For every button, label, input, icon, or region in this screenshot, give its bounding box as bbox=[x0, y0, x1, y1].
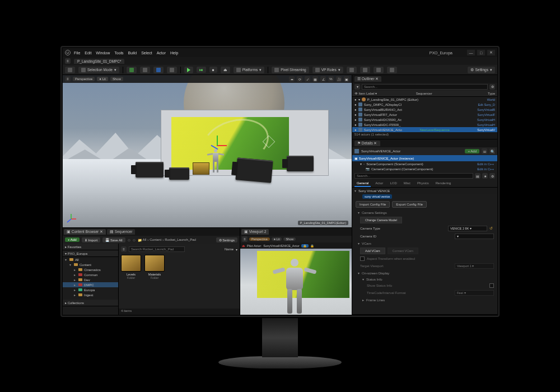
main-viewport[interactable]: ≡ Perspective ● Lit Show ⬌ ⟳ ⤢ ▦ ∠ % 🎥 ▣ bbox=[63, 75, 352, 227]
show-dropdown[interactable]: Show bbox=[283, 237, 296, 241]
tab-sequencer[interactable]: ▤ Sequencer bbox=[107, 229, 135, 235]
snap-angle-icon[interactable]: ∠ bbox=[320, 76, 326, 82]
gizmo-x-axis[interactable] bbox=[217, 145, 227, 146]
breadcrumb-item[interactable]: All bbox=[143, 238, 147, 241]
frame-lines-section[interactable]: ▸Frame Lines bbox=[352, 297, 497, 303]
actor-name[interactable]: SonyVirtualVENICE_Actor bbox=[361, 150, 400, 153]
extra-tool-4[interactable] bbox=[387, 67, 397, 73]
history-fwd-icon[interactable]: ⊙ bbox=[133, 238, 136, 242]
viewport-canvas[interactable]: P_LandingSite_01_DMPC(Editor) bbox=[63, 75, 352, 227]
col-label[interactable]: 👁 Item Label ▾ bbox=[354, 91, 377, 95]
folder-tree-item[interactable]: ▸Europa bbox=[63, 287, 118, 292]
viewport2-canvas[interactable] bbox=[240, 249, 352, 315]
menu-select[interactable]: Select bbox=[141, 51, 152, 55]
lock-icon-blue[interactable]: 🔒 bbox=[301, 244, 309, 248]
export-config-button[interactable]: Export Config File bbox=[392, 201, 427, 208]
gizmo-translate-icon[interactable]: ⬌ bbox=[289, 76, 295, 82]
aspect-checkbox[interactable] bbox=[360, 256, 365, 261]
outliner-row[interactable]: ●▾P_LandingSite_01_DMPC (Editor)World bbox=[352, 97, 497, 102]
menu-tools[interactable]: Tools bbox=[114, 51, 123, 55]
outliner-row[interactable]: ●Sony_DMPC_ADisplayClEdit Sony_D bbox=[352, 102, 497, 107]
show-dropdown[interactable]: Show bbox=[110, 77, 123, 81]
lit-dropdown[interactable]: ● Lit bbox=[97, 77, 108, 81]
breadcrumb-item[interactable]: Rocket_Launch_Pad bbox=[165, 238, 196, 241]
asset-item[interactable]: MaterialsFolder bbox=[144, 255, 165, 279]
import-button[interactable]: ⬇ Import bbox=[82, 237, 101, 242]
folder-tree-item[interactable]: ▸Cinematics bbox=[63, 267, 118, 272]
snap-grid-icon[interactable]: ▦ bbox=[312, 76, 318, 82]
menu-edit[interactable]: Edit bbox=[85, 51, 91, 55]
extra-tool-3[interactable] bbox=[374, 67, 384, 73]
import-config-button[interactable]: Import Config File bbox=[356, 201, 390, 208]
maximize-button[interactable]: □ bbox=[477, 50, 485, 55]
selection-mode-button[interactable]: Selection Mode▾ bbox=[78, 67, 119, 73]
minimize-button[interactable]: — bbox=[467, 50, 475, 55]
property-matrix-icon[interactable]: ▤ bbox=[475, 173, 480, 179]
component-row[interactable]: 📷 CameraComponent (CameraComponent) Edit… bbox=[352, 166, 497, 171]
save-button[interactable] bbox=[65, 67, 75, 73]
tab-actor[interactable]: Actor bbox=[373, 180, 385, 187]
stop-button[interactable]: ■ bbox=[209, 67, 217, 73]
filter-icon[interactable]: ≡ bbox=[121, 246, 127, 252]
details-search-input[interactable] bbox=[354, 173, 473, 179]
breadcrumb-item[interactable]: Content bbox=[150, 238, 161, 241]
favorites-header[interactable]: ▸ Favorites bbox=[63, 244, 118, 250]
outliner-row[interactable]: ●SonyVirtualHDC5500_AcSonyVirtualH bbox=[352, 117, 497, 122]
actor-type[interactable]: Edit Sony_D bbox=[478, 103, 495, 106]
edit-in-cpp-link[interactable]: Edit in C++ bbox=[477, 167, 494, 171]
outliner-row[interactable]: ●SonyVirtualFR7_ActorSonyVirtualF bbox=[352, 112, 497, 117]
add-component-button[interactable]: + Add bbox=[465, 149, 479, 153]
eject-pilot-icon[interactable]: ⏏ bbox=[242, 244, 245, 248]
cb-settings-button[interactable]: ⚙ Settings bbox=[216, 237, 237, 242]
timecode-dropdown[interactable]: Feet ▾ bbox=[455, 290, 494, 296]
target-viewport-dropdown[interactable]: Viewport 1 ▾ bbox=[455, 263, 494, 269]
skip-button[interactable]: ⏭ bbox=[197, 67, 206, 73]
tab-rendering[interactable]: Rendering bbox=[433, 180, 454, 187]
blueprints-button[interactable] bbox=[153, 67, 164, 73]
gizmo-y-axis[interactable] bbox=[217, 136, 218, 146]
level-tab[interactable]: P_LandingSite_01_DMPC* bbox=[74, 59, 124, 64]
folder-tree-item[interactable]: ▸Ingest bbox=[63, 292, 118, 297]
folder-tree-item[interactable]: ▾All bbox=[63, 257, 118, 262]
menu-file[interactable]: File bbox=[74, 51, 80, 55]
gizmo-scale-icon[interactable]: ⤢ bbox=[305, 76, 310, 82]
reset-icon[interactable]: ↺ bbox=[489, 226, 494, 231]
folder-tree-item[interactable]: ▸DMPC bbox=[63, 282, 118, 287]
details-settings-icon[interactable]: ⚙ bbox=[489, 173, 495, 179]
browse-icon[interactable]: 🔍 bbox=[489, 148, 495, 154]
tab-lod[interactable]: LOD bbox=[388, 180, 399, 187]
blueprint-icon[interactable]: ⊞ bbox=[482, 148, 487, 154]
eye-icon[interactable]: ● bbox=[354, 98, 357, 101]
eject-button[interactable]: ⏏ bbox=[221, 67, 230, 73]
menu-build[interactable]: Build bbox=[128, 51, 137, 55]
collections-header[interactable]: ▸ Collections bbox=[63, 300, 118, 306]
asset-search-input[interactable] bbox=[129, 246, 185, 252]
connect-vcam-button[interactable]: Connect VCam bbox=[388, 248, 418, 254]
folder-tree-item[interactable]: ▸Common bbox=[63, 272, 118, 277]
extra-tool-1[interactable] bbox=[347, 67, 357, 73]
tab-details[interactable]: ⚑ Details ✕ bbox=[354, 141, 380, 146]
tab-content-browser[interactable]: ▣ Content Browser ✕ bbox=[64, 229, 106, 235]
tab-viewport2[interactable]: ▣ Viewport 2 bbox=[241, 229, 269, 235]
col-sequencer[interactable]: Sequencer bbox=[416, 92, 432, 95]
perspective-dropdown[interactable]: Perspective bbox=[249, 237, 270, 241]
eye-icon[interactable]: ● bbox=[354, 113, 357, 116]
save-all-button[interactable]: 💾 Save All bbox=[102, 237, 125, 242]
history-back-icon[interactable]: ⊙ bbox=[128, 238, 130, 242]
outliner-row[interactable]: ●SonyVirtualHDC-F5500_SonyVirtualH bbox=[352, 122, 497, 127]
gizmo-rotate-icon[interactable]: ⟳ bbox=[297, 76, 302, 82]
extra-tool-2[interactable] bbox=[360, 67, 370, 73]
onscreen-display-section[interactable]: ▾On-screen Display bbox=[352, 270, 497, 276]
pixel-streaming-button[interactable]: Pixel Streaming bbox=[272, 67, 309, 73]
platforms-button[interactable]: Platforms▾ bbox=[234, 67, 264, 73]
outliner-row[interactable]: ●SonyVirtualBURANO_ActSonyVirtualB bbox=[352, 107, 497, 112]
add-asset-button[interactable]: + Add bbox=[65, 237, 80, 242]
edit-in-cpp-link[interactable]: Edit in C++ bbox=[477, 162, 494, 166]
asset-item[interactable]: LevelsFolder bbox=[121, 255, 141, 279]
section-sony-virtual[interactable]: ▾ Sony Virtual VENICE bbox=[352, 188, 497, 194]
eye-icon[interactable]: ● bbox=[354, 108, 357, 111]
favorite-icon[interactable]: ★ bbox=[482, 173, 488, 179]
sort-label[interactable]: Name bbox=[225, 248, 234, 251]
menu-window[interactable]: Window bbox=[96, 51, 110, 55]
viewport-maximize-icon[interactable]: ▣ bbox=[344, 76, 349, 82]
